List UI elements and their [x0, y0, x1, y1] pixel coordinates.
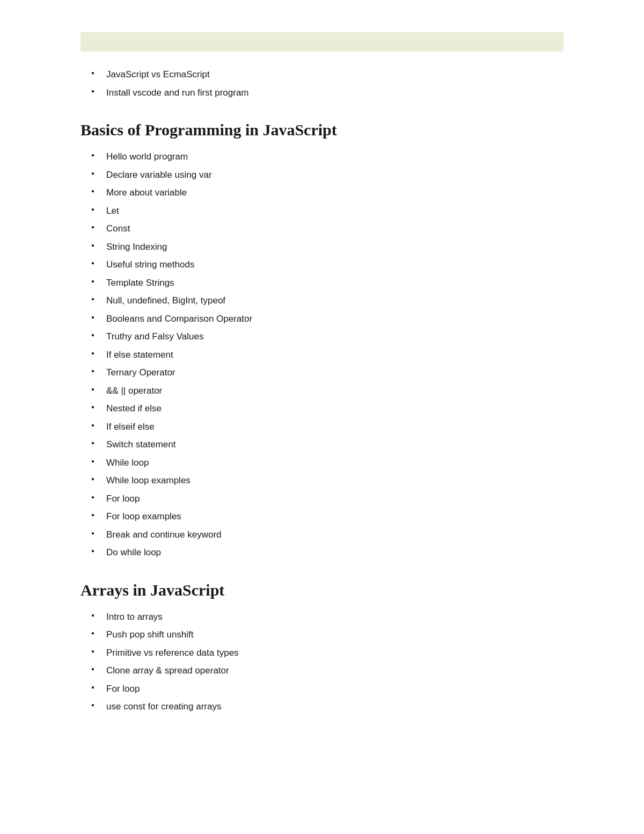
sections-container: Basics of Programming in JavaScriptHello…	[80, 121, 564, 714]
list-item: For loop examples	[91, 510, 564, 524]
list-item: Null, undefined, BigInt, typeof	[91, 294, 564, 308]
list-item: use const for creating arrays	[91, 700, 564, 714]
list-item: If else statement	[91, 348, 564, 362]
list-item: Truthy and Falsy Values	[91, 330, 564, 344]
list-item: For loop	[91, 682, 564, 696]
intro-section: JavaScript vs EcmaScriptInstall vscode a…	[80, 68, 564, 99]
list-item: Useful string methods	[91, 258, 564, 272]
list-item: Booleans and Comparison Operator	[91, 312, 564, 326]
list-item: Template Strings	[91, 276, 564, 290]
list-item: && || operator	[91, 384, 564, 398]
list-item: Push pop shift unshift	[91, 628, 564, 642]
list-item: Break and continue keyword	[91, 528, 564, 542]
list-item: Const	[91, 222, 564, 236]
section-title-arrays: Arrays in JavaScript	[80, 581, 564, 599]
list-item: Nested if else	[91, 402, 564, 416]
list-item: Switch statement	[91, 438, 564, 452]
list-item: While loop examples	[91, 474, 564, 488]
list-item: If elseif else	[91, 420, 564, 434]
section-list-basics: Hello world programDeclare variable usin…	[80, 150, 564, 560]
section-list-arrays: Intro to arraysPush pop shift unshiftPri…	[80, 610, 564, 714]
list-item: String Indexing	[91, 240, 564, 254]
list-item: Declare variable using var	[91, 168, 564, 182]
section-basics: Basics of Programming in JavaScriptHello…	[80, 121, 564, 560]
page-title	[80, 32, 564, 52]
intro-list: JavaScript vs EcmaScriptInstall vscode a…	[80, 68, 564, 99]
list-item: Intro to arrays	[91, 610, 564, 624]
section-title-basics: Basics of Programming in JavaScript	[80, 121, 564, 139]
list-item: For loop	[91, 492, 564, 506]
list-item: While loop	[91, 456, 564, 470]
page-container: JavaScript vs EcmaScriptInstall vscode a…	[80, 32, 564, 714]
list-item: Install vscode and run first program	[91, 86, 564, 100]
list-item: More about variable	[91, 186, 564, 200]
list-item: Hello world program	[91, 150, 564, 164]
list-item: Primitive vs reference data types	[91, 646, 564, 660]
list-item: JavaScript vs EcmaScript	[91, 68, 564, 82]
list-item: Let	[91, 204, 564, 218]
list-item: Clone array & spread operator	[91, 664, 564, 678]
list-item: Do while loop	[91, 546, 564, 560]
list-item: Ternary Operator	[91, 366, 564, 380]
section-arrays: Arrays in JavaScriptIntro to arraysPush …	[80, 581, 564, 714]
